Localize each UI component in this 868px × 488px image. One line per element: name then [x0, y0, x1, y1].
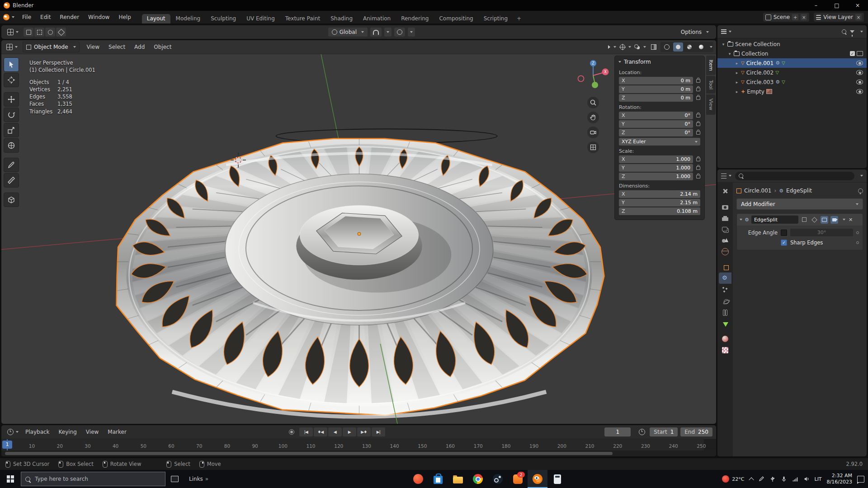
exclude-checkbox[interactable]: ✓: [850, 51, 855, 56]
timeline-menu-view[interactable]: View: [81, 429, 103, 435]
red-app-taskbar-icon[interactable]: [408, 470, 428, 488]
volume-icon[interactable]: [803, 476, 810, 482]
expander-icon[interactable]: ▾: [727, 52, 732, 56]
expander-icon[interactable]: ▸: [735, 89, 739, 94]
add-modifier-button[interactable]: Add Modifier: [736, 198, 863, 210]
search-icon[interactable]: [842, 29, 846, 34]
scrollbar-thumb[interactable]: [5, 452, 613, 455]
snapping-dropdown[interactable]: [384, 28, 392, 37]
timeline-menu-playback[interactable]: Playback: [21, 429, 54, 435]
keyboard-layout-label[interactable]: LIT: [815, 476, 822, 482]
viewport-menu-select[interactable]: Select: [104, 44, 130, 50]
workspace-tab-uv-editing[interactable]: UV Editing: [241, 14, 280, 23]
tool-option-3[interactable]: [45, 28, 55, 37]
edge-angle-checkbox[interactable]: [781, 230, 787, 236]
menu-file[interactable]: File: [18, 14, 36, 20]
properties-tab-data[interactable]: [719, 318, 731, 329]
pan-button[interactable]: [587, 112, 599, 123]
options-dropdown[interactable]: Options: [677, 28, 712, 37]
properties-tab-render[interactable]: [719, 201, 731, 212]
eye-icon[interactable]: [856, 70, 863, 75]
tool-transform[interactable]: [4, 138, 19, 153]
next-keyframe-button[interactable]: ▶♦: [357, 427, 371, 436]
lock-icon[interactable]: [696, 96, 700, 100]
tool-option-2[interactable]: [34, 28, 44, 37]
transform-field-location-y[interactable]: Y0 m: [619, 85, 693, 93]
editor-type-button[interactable]: [5, 29, 21, 35]
new-scene-button[interactable]: +: [792, 14, 798, 20]
weather-tray-item[interactable]: 22°C: [722, 475, 744, 483]
properties-tab-texture[interactable]: [719, 344, 731, 356]
realtime-display-toggle[interactable]: [821, 216, 828, 224]
links-toolbar[interactable]: Links »: [184, 476, 214, 482]
workspace-tab-animation[interactable]: Animation: [358, 14, 396, 23]
menu-edit[interactable]: Edit: [36, 14, 55, 20]
transform-orientation-dropdown[interactable]: Global: [328, 28, 368, 37]
blender-menu-button[interactable]: [0, 11, 18, 23]
camera-view-button[interactable]: [587, 127, 599, 138]
transform-field-dimensions-x[interactable]: X2.14 m: [619, 190, 700, 198]
hidden-icons-chevron[interactable]: [749, 477, 754, 482]
tool-add-cube[interactable]: [4, 192, 19, 207]
calculator-taskbar-icon[interactable]: [547, 470, 567, 488]
add-workspace-button[interactable]: +: [513, 14, 525, 23]
maximize-button[interactable]: □: [826, 0, 847, 11]
steam-taskbar-icon[interactable]: [488, 470, 508, 488]
transform-field-location-x[interactable]: X0 m: [619, 77, 693, 84]
menu-help[interactable]: Help: [114, 14, 135, 20]
transform-field-scale-z[interactable]: Z1.000: [619, 173, 693, 180]
modifier-name-field[interactable]: EdgeSplit: [751, 216, 798, 224]
prev-keyframe-button[interactable]: ♦◀: [314, 427, 327, 436]
menu-render[interactable]: Render: [55, 14, 84, 20]
outliner-editor-type-button[interactable]: [721, 29, 731, 34]
tool-move[interactable]: [4, 92, 19, 107]
outliner-item-circle-001[interactable]: ▸▽Circle.001⚙▽: [717, 58, 867, 68]
viewport-editor-type-button[interactable]: [4, 44, 20, 50]
workspace-tab-rendering[interactable]: Rendering: [396, 14, 434, 23]
transform-field-rotation-z[interactable]: Z0°: [619, 129, 693, 136]
collapse-icon[interactable]: [740, 219, 742, 221]
jump-end-button[interactable]: ▶|: [372, 427, 385, 436]
npanel-tab-item[interactable]: Item: [706, 56, 716, 75]
edge-angle-value-field[interactable]: 30°: [790, 229, 853, 236]
task-view-button[interactable]: [165, 470, 184, 488]
remove-view-layer-button[interactable]: ×: [855, 14, 862, 20]
network-icon[interactable]: [792, 476, 798, 482]
properties-tab-modifiers[interactable]: [719, 272, 731, 284]
outliner-item-circle-002[interactable]: ▸▽Circle.002▽: [717, 68, 867, 77]
frame-start-field[interactable]: Start 1: [650, 427, 678, 436]
lock-icon[interactable]: [696, 131, 700, 135]
gizmos-dropdown[interactable]: [619, 42, 632, 52]
workspace-tab-modeling[interactable]: Modeling: [171, 14, 206, 23]
timeline-menu-keying[interactable]: Keying: [54, 429, 81, 435]
transform-field-location-z[interactable]: Z0 m: [619, 94, 693, 102]
shading-solid-button[interactable]: [673, 42, 683, 52]
orange-app-taskbar-icon[interactable]: 2: [508, 470, 528, 488]
navigation-gizmo[interactable]: Z X: [575, 57, 611, 94]
extras-dropdown-icon[interactable]: [843, 219, 845, 221]
shading-wireframe-button[interactable]: [661, 42, 672, 52]
play-reverse-button[interactable]: ◀: [328, 427, 342, 436]
animate-decorator[interactable]: [856, 241, 859, 244]
filter-icon[interactable]: [850, 30, 854, 33]
lock-icon[interactable]: [696, 166, 700, 170]
transform-field-rotation-x[interactable]: X0°: [619, 112, 693, 119]
timeline-ruler[interactable]: 1 10203040506070809010011012013014015016…: [1, 439, 716, 451]
zoom-button[interactable]: [587, 97, 599, 108]
properties-tab-physics[interactable]: [719, 295, 731, 306]
store-taskbar-icon[interactable]: [428, 470, 448, 488]
unlink-scene-button[interactable]: ×: [801, 14, 807, 20]
expander-icon[interactable]: ▾: [721, 42, 726, 47]
properties-tab-constraints[interactable]: [719, 306, 731, 318]
tool-option-4[interactable]: [56, 28, 66, 37]
view-layer-selector[interactable]: View Layer ×: [813, 12, 864, 22]
viewport-menu-object[interactable]: Object: [149, 44, 176, 50]
action-center-icon[interactable]: [857, 476, 864, 483]
viewport-menu-add[interactable]: Add: [130, 44, 149, 50]
viewport-menu-view[interactable]: View: [82, 44, 104, 50]
playhead-frame-badge[interactable]: 1: [2, 441, 12, 449]
jump-start-button[interactable]: |◀: [299, 427, 313, 436]
npanel-tab-view[interactable]: View: [706, 94, 716, 114]
edit-mode-display-toggle[interactable]: [801, 216, 808, 224]
transform-field-dimensions-z[interactable]: Z0.108 m: [619, 207, 700, 215]
